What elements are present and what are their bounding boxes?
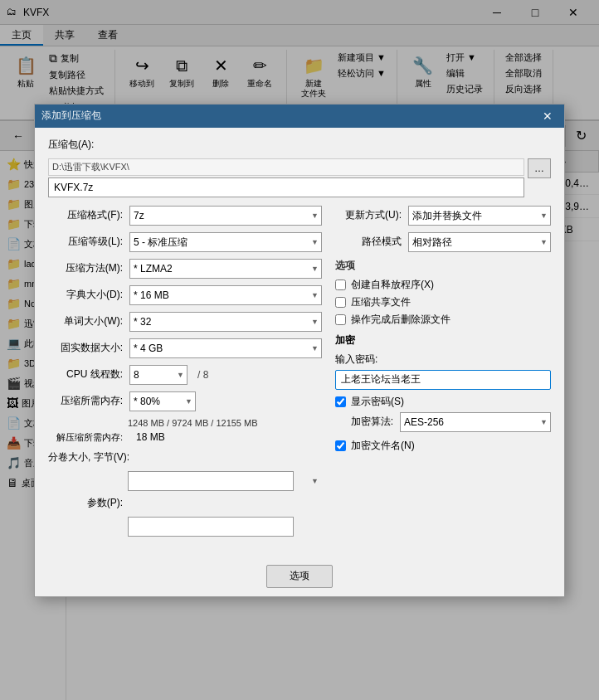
dict-select[interactable]: * 16 MB [129, 285, 322, 305]
decomp-row: 解压缩所需内存: 18 MB [48, 431, 322, 444]
encrypt-options: 显示密码(S) 加密算法: AES-256 [335, 395, 551, 453]
word-label: 单词大小(W): [48, 314, 123, 328]
memory-detail: 1248 MB / 9724 MB / 12155 MB [128, 418, 322, 428]
memory-row: 压缩所需内存: * 80% [48, 391, 322, 411]
algo-label: 加密算法: [335, 415, 393, 429]
encrypt-pw-label: 输入密码: [335, 352, 551, 367]
split-select-wrapper [128, 471, 322, 491]
encrypt-password-input[interactable] [335, 370, 551, 390]
method-row: 压缩方法(M): * LZMA2 [48, 259, 322, 279]
solid-select-wrapper: * 4 GB [129, 338, 322, 358]
options-button[interactable]: 选项 [266, 565, 333, 588]
left-col: 压缩格式(F): 7zziptar 压缩等级(L): 5 - 标准压缩 [48, 206, 322, 542]
cpu-select[interactable]: 8 [129, 365, 187, 385]
modal-footer: 选项 [35, 557, 564, 596]
solid-label: 固实数据大小: [48, 341, 123, 355]
options-title: 选项 [335, 259, 551, 273]
encrypt-names-label: 加密文件名(N) [351, 439, 415, 453]
format-select-wrapper: 7zziptar [129, 206, 322, 226]
show-pw-row: 显示密码(S) [335, 395, 551, 409]
encrypt-section: 加密 输入密码: 显示密码(S) 加密算法: [335, 333, 551, 453]
encrypt-title: 加密 [335, 333, 551, 348]
encrypt-names-row: 加密文件名(N) [335, 439, 551, 453]
cpu-label: CPU 线程数: [48, 367, 123, 382]
format-row: 压缩格式(F): 7zziptar [48, 206, 322, 226]
two-col-layout: 压缩格式(F): 7zziptar 压缩等级(L): 5 - 标准压缩 [48, 206, 551, 542]
show-pw-checkbox[interactable] [335, 396, 346, 407]
show-pw-label: 显示密码(S) [351, 395, 404, 409]
word-select-wrapper: * 32 [129, 312, 322, 332]
dict-label: 字典大小(D): [48, 288, 123, 302]
split-label: 分卷大小, 字节(V): [48, 450, 129, 464]
archive-path-display: D:\迅雷下载\KVFX\ [48, 158, 524, 176]
sfx-label: 创建自释放程序(X) [351, 278, 434, 292]
decomp-label: 解压缩所需内存: [48, 431, 123, 444]
solid-row: 固实数据大小: * 4 GB [48, 338, 322, 358]
modal-title: 添加到压缩包 [41, 109, 538, 123]
browse-button[interactable]: … [528, 158, 551, 178]
sfx-checkbox-row: 创建自释放程序(X) [335, 278, 551, 292]
modal-close-button[interactable]: ✕ [538, 108, 558, 124]
params-input[interactable] [128, 517, 294, 537]
modal-body: 压缩包(A): D:\迅雷下载\KVFX\ … 压缩格式(F): [35, 128, 564, 557]
update-select[interactable]: 添加并替换文件 [408, 206, 551, 226]
decomp-value: 18 MB [136, 431, 165, 443]
memory-label: 压缩所需内存: [48, 394, 123, 408]
archive-label: 压缩包(A): [48, 138, 98, 152]
cpu-select-wrapper: 8 [129, 365, 187, 385]
path-mode-label: 路径模式 [335, 235, 402, 249]
split-select[interactable] [128, 471, 294, 491]
path-mode-row: 路径模式 相对路径 [335, 232, 551, 252]
format-select[interactable]: 7zziptar [129, 206, 322, 226]
level-select[interactable]: 5 - 标准压缩 [129, 232, 322, 252]
algo-select[interactable]: AES-256 [400, 412, 551, 432]
dict-row: 字典大小(D): * 16 MB [48, 285, 322, 305]
solid-select[interactable]: * 4 GB [129, 338, 322, 358]
archive-path-row: 压缩包(A): [48, 138, 551, 152]
level-select-wrapper: 5 - 标准压缩 [129, 232, 322, 252]
memory-select[interactable]: * 80% [129, 391, 196, 411]
cpu-total: / 8 [197, 369, 208, 381]
update-select-wrapper: 添加并替换文件 [408, 206, 551, 226]
update-row: 更新方式(U): 添加并替换文件 [335, 206, 551, 226]
method-select[interactable]: * LZMA2 [129, 259, 322, 279]
update-label: 更新方式(U): [335, 208, 402, 222]
level-label: 压缩等级(L): [48, 235, 123, 249]
path-mode-select[interactable]: 相对路径 [408, 232, 551, 252]
dict-select-wrapper: * 16 MB [129, 285, 322, 305]
memory-select-wrapper: * 80% [129, 391, 196, 411]
modal-overlay: 添加到压缩包 ✕ 压缩包(A): D:\迅雷下载\KVFX\ … [0, 0, 599, 700]
delete-source-checkbox[interactable] [335, 314, 346, 325]
params-row: 参数(P): [48, 496, 322, 510]
cpu-row: CPU 线程数: 8 / 8 [48, 365, 322, 385]
modal-title-bar: 添加到压缩包 ✕ [35, 105, 564, 128]
word-select[interactable]: * 32 [129, 312, 322, 332]
delete-label: 操作完成后删除源文件 [351, 313, 450, 327]
delete-checkbox-row: 操作完成后删除源文件 [335, 313, 551, 327]
shared-checkbox-row: 压缩共享文件 [335, 295, 551, 309]
sfx-checkbox[interactable] [335, 280, 346, 290]
encrypt-names-checkbox[interactable] [335, 440, 346, 451]
word-row: 单词大小(W): * 32 [48, 312, 322, 332]
algo-row: 加密算法: AES-256 [335, 412, 551, 432]
shared-checkbox[interactable] [335, 297, 346, 308]
modal-dialog: 添加到压缩包 ✕ 压缩包(A): D:\迅雷下载\KVFX\ … [34, 104, 565, 597]
archive-name-input[interactable] [48, 177, 524, 197]
method-label: 压缩方法(M): [48, 261, 123, 275]
path-mode-select-wrapper: 相对路径 [408, 232, 551, 252]
format-label: 压缩格式(F): [48, 208, 123, 222]
params-label: 参数(P): [48, 496, 123, 510]
options-section: 选项 创建自释放程序(X) 压缩共享文件 操作完成后删除源文件 [335, 259, 551, 327]
right-col: 更新方式(U): 添加并替换文件 路径模式 相对路径 [335, 206, 551, 542]
split-row: 分卷大小, 字节(V): [48, 450, 322, 464]
shared-label: 压缩共享文件 [351, 295, 411, 309]
method-select-wrapper: * LZMA2 [129, 259, 322, 279]
level-row: 压缩等级(L): 5 - 标准压缩 [48, 232, 322, 252]
algo-select-wrapper: AES-256 [400, 412, 551, 432]
